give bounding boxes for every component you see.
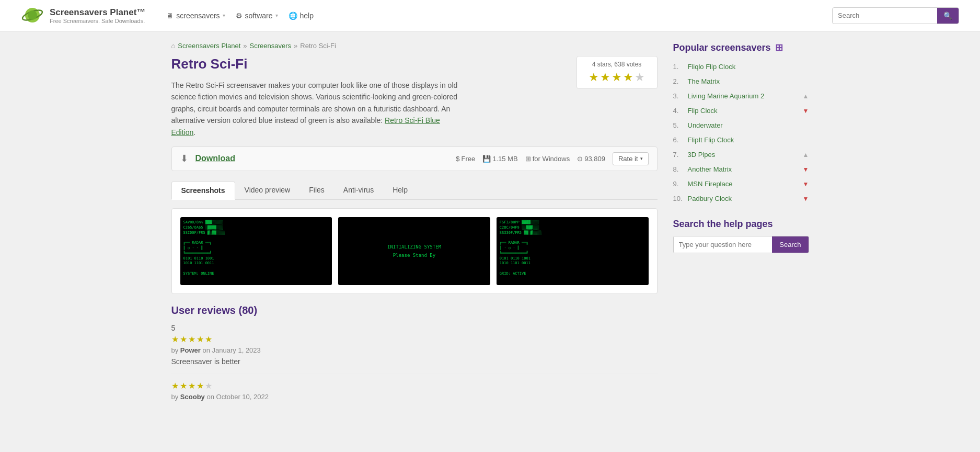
popular-list: 1. Fliqlo Flip Clock 2. The Matrix 3. Li… [673, 60, 809, 206]
monitor-icon: 🖥 [166, 12, 174, 20]
nav-screensavers-label: screensavers [176, 12, 220, 20]
title-rating-row: Retro Sci-Fi 4 stars, 638 votes ★ ★ ★ ★ … [171, 56, 658, 72]
list-item: 9. MSN Fireplace ▼ [673, 177, 809, 191]
screenshot-1[interactable]: SAV0D/8n% ▓▓▓░░░░░ C265/OA65 ░▓▓▓▓░░░ SS… [180, 217, 332, 285]
price-meta: $ Free [456, 155, 475, 163]
popular-link-8[interactable]: Another Matrix [688, 165, 800, 173]
rating-stars: ★ ★ ★ ★ ★ [585, 71, 649, 84]
popular-link-2[interactable]: The Matrix [688, 77, 809, 85]
help-search-input[interactable] [674, 236, 773, 253]
help-search-button[interactable]: Search [772, 236, 808, 253]
breadcrumb: ⌂ Screensavers Planet » Screensavers » R… [171, 42, 658, 50]
review-1-meta: by Power on January 1, 2023 [171, 346, 658, 354]
platform-value: for Windows [533, 155, 570, 163]
home-icon: ⌂ [171, 42, 176, 50]
nav-software-arrow: ▾ [275, 13, 278, 18]
tab-screenshots[interactable]: Screenshots [171, 182, 235, 200]
popular-link-6[interactable]: FlipIt Flip Clock [688, 136, 809, 144]
download-bar: ⬇ Download $ Free 💾 1.15 MB ⊞ for Window… [171, 146, 658, 171]
tab-antivirus[interactable]: Anti-virus [334, 182, 383, 199]
item-num: 1. [673, 63, 685, 71]
star-1: ★ [589, 71, 599, 84]
rate-button[interactable]: Rate it ▾ [613, 152, 649, 165]
breadcrumb-screensavers[interactable]: Screensavers [250, 42, 291, 50]
r1-star-1: ★ [171, 334, 179, 344]
help-search-title: Search the help pages [673, 219, 809, 230]
rate-label: Rate it [618, 155, 638, 163]
popular-link-4[interactable]: Flip Clock [688, 107, 800, 115]
item-num: 7. [673, 151, 685, 159]
rating-summary: 4 stars, 638 votes [585, 61, 649, 68]
search-button[interactable]: 🔍 [937, 7, 959, 24]
popular-link-5[interactable]: Underwater [688, 121, 809, 129]
windows-dl-icon: ⊞ [525, 155, 531, 163]
tab-help[interactable]: Help [383, 182, 417, 199]
breadcrumb-current: Retro Sci-Fi [300, 42, 336, 50]
r1-star-4: ★ [197, 334, 204, 344]
header-search: 🔍 [832, 7, 959, 24]
item-num: 9. [673, 180, 685, 188]
logo-title: Screensavers Planet™ [50, 7, 145, 18]
item-num: 6. [673, 136, 685, 144]
item-num: 5. [673, 121, 685, 129]
download-arrow-icon: ⬇ [180, 153, 188, 164]
screenshots-row: SAV0D/8n% ▓▓▓░░░░░ C265/OA65 ░▓▓▓▓░░░ SS… [180, 217, 649, 285]
screenshots-panel: SAV0D/8n% ▓▓▓░░░░░ C265/OA65 ░▓▓▓▓░░░ SS… [171, 208, 658, 294]
item-num: 3. [673, 92, 685, 100]
downloads-value: 93,809 [584, 155, 605, 163]
review-divider-1 [171, 373, 658, 374]
reviews-section: User reviews (80) 5 ★ ★ ★ ★ ★ by Power o… [171, 304, 658, 401]
review-2-stars: ★ ★ ★ ★ ★ [171, 381, 658, 391]
tab-video[interactable]: Video preview [235, 182, 300, 199]
size-meta: 💾 1.15 MB [482, 155, 517, 163]
popular-link-3[interactable]: Living Marine Aquarium 2 [688, 92, 800, 100]
item-num: 2. [673, 77, 685, 85]
popular-link-10[interactable]: Padbury Clock [688, 195, 800, 202]
star-2: ★ [600, 71, 610, 84]
breadcrumb-home[interactable]: Screensavers Planet [178, 42, 240, 50]
list-item: 6. FlipIt Flip Clock [673, 133, 809, 148]
review-1-rating-num: 5 [171, 324, 658, 332]
r2-star-3: ★ [188, 381, 195, 391]
tabs-bar: Screenshots Video preview Files Anti-vir… [171, 182, 658, 200]
review-2: ★ ★ ★ ★ ★ by Scooby on October 10, 2022 [171, 381, 658, 401]
search-input[interactable] [833, 12, 937, 19]
list-item: 3. Living Marine Aquarium 2 ▲ [673, 89, 809, 104]
eye-icon: ⊙ [577, 155, 583, 163]
file-icon: 💾 [482, 155, 491, 163]
item-num: 4. [673, 107, 685, 115]
dollar-icon: $ [456, 155, 459, 163]
breadcrumb-sep1: » [243, 42, 247, 50]
list-item: 4. Flip Clock ▼ [673, 104, 809, 118]
r2-star-2: ★ [180, 381, 187, 391]
logo-link[interactable]: Screensavers Planet™ Free Screensavers. … [21, 4, 145, 27]
popular-link-1[interactable]: Fliqlo Flip Clock [688, 63, 809, 71]
tab-files[interactable]: Files [299, 182, 334, 199]
screenshot-3[interactable]: FSF3/80PP ▓▓▓▓░░░░ C28C/04F9 ░░▓▓▓░░░ SS… [497, 217, 649, 285]
review-1-stars: ★ ★ ★ ★ ★ [171, 334, 658, 344]
r2-star-5: ★ [205, 381, 212, 391]
nav-screensavers[interactable]: 🖥 screensavers ▾ [166, 12, 225, 20]
rating-box: 4 stars, 638 votes ★ ★ ★ ★ ★ [577, 56, 658, 89]
rate-arrow: ▾ [640, 156, 643, 161]
popular-title: Popular screensavers ⊞ [673, 42, 809, 53]
nav-software[interactable]: ⚙ software ▾ [236, 12, 278, 20]
trend-down-icon-10: ▼ [803, 195, 809, 202]
trend-down-icon: ▼ [803, 107, 809, 115]
nav-screensavers-arrow: ▾ [223, 13, 225, 18]
popular-link-9[interactable]: MSN Fireplace [688, 180, 800, 188]
svg-point-2 [28, 10, 37, 20]
logo-subtitle: Free Screensavers. Safe Downloads. [50, 18, 145, 24]
list-item: 10. Padbury Clock ▼ [673, 191, 809, 206]
breadcrumb-sep2: » [294, 42, 297, 50]
screenshot-2[interactable]: INITIALIZING SYSTEM Please Stand By [338, 217, 490, 285]
download-link[interactable]: Download [195, 154, 235, 163]
popular-link-7[interactable]: 3D Pipes [688, 151, 800, 159]
nav-help[interactable]: 🌐 help [289, 12, 314, 20]
platform-meta: ⊞ for Windows [525, 155, 570, 163]
help-search-section: Search the help pages Search [673, 219, 809, 253]
review-2-meta: by Scooby on October 10, 2022 [171, 393, 658, 401]
main-container: ⌂ Screensavers Planet » Screensavers » R… [151, 31, 830, 411]
size-value: 1.15 MB [492, 155, 517, 163]
r1-star-5: ★ [205, 334, 212, 344]
